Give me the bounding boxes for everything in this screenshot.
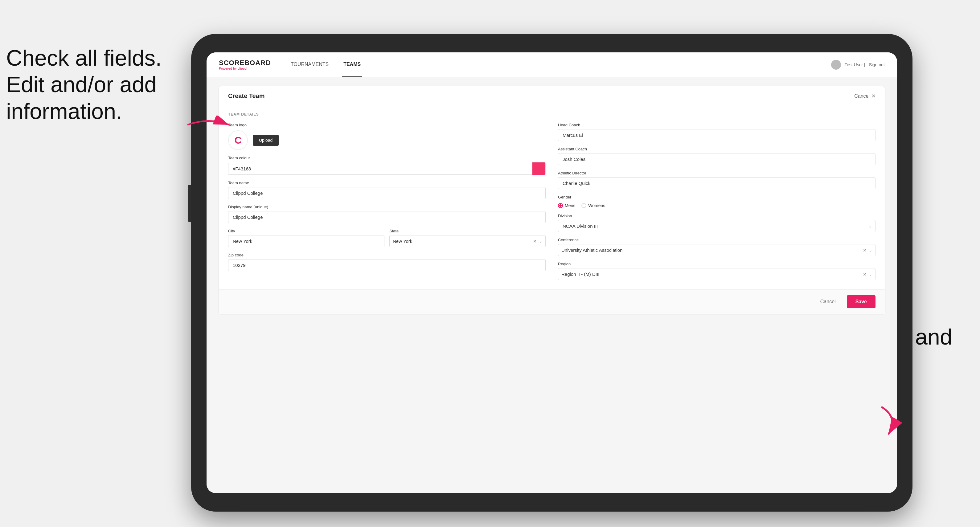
athletic-director-field: Athletic Director bbox=[558, 171, 875, 189]
division-label: Division bbox=[558, 214, 875, 218]
region-chevron-icon[interactable]: ⌄ bbox=[869, 272, 872, 276]
team-name-label: Team name bbox=[228, 181, 546, 185]
gender-field: Gender Mens Womens bbox=[558, 195, 875, 208]
mens-radio-label: Mens bbox=[565, 203, 575, 208]
display-name-input[interactable] bbox=[228, 211, 546, 223]
logo-area: SCOREBOARD Powered by clippd bbox=[219, 59, 271, 70]
cancel-label: Cancel bbox=[854, 94, 870, 99]
head-coach-field: Head Coach bbox=[558, 123, 875, 141]
city-input[interactable] bbox=[228, 235, 384, 247]
team-logo-field: Team logo C Upload bbox=[228, 123, 546, 150]
zip-input[interactable] bbox=[228, 259, 546, 271]
user-avatar bbox=[831, 60, 841, 70]
city-label: City bbox=[228, 229, 384, 233]
nav-right: Test User | Sign out bbox=[831, 60, 885, 70]
team-name-field: Team name bbox=[228, 181, 546, 199]
panel-body: TEAM DETAILS Team logo C bbox=[219, 106, 885, 289]
zip-field: Zip code bbox=[228, 253, 546, 271]
city-field: City bbox=[228, 229, 384, 247]
close-icon: ✕ bbox=[872, 93, 875, 99]
section-label: TEAM DETAILS bbox=[228, 112, 875, 116]
panel-header: Create Team Cancel ✕ bbox=[219, 86, 885, 106]
sign-out-link[interactable]: Sign out bbox=[869, 62, 885, 67]
annotation-line3: information. bbox=[6, 98, 162, 124]
display-name-field: Display name (unique) bbox=[228, 205, 546, 223]
left-annotation: Check all fields. Edit and/or add inform… bbox=[6, 45, 162, 124]
assistant-coach-field: Assistant Coach bbox=[558, 147, 875, 165]
color-text-input[interactable] bbox=[228, 163, 532, 175]
conference-value: University Athletic Association bbox=[562, 244, 861, 256]
womens-radio-label: Womens bbox=[588, 203, 605, 208]
state-label: State bbox=[389, 229, 546, 233]
state-input[interactable] bbox=[393, 235, 531, 247]
team-name-input[interactable] bbox=[228, 187, 546, 199]
team-colour-label: Team colour bbox=[228, 156, 546, 160]
annotation-line2: Edit and/or add bbox=[6, 71, 162, 98]
logo-letter: C bbox=[234, 135, 241, 146]
conference-select-wrapper: University Athletic Association ✕ ⌄ bbox=[558, 244, 875, 256]
main-content: Create Team Cancel ✕ TEAM DETAILS bbox=[207, 77, 897, 493]
state-clear-icon[interactable]: ✕ bbox=[533, 239, 537, 244]
city-state-group: City State ✕ ⌄ bbox=[228, 229, 546, 247]
conference-field: Conference University Athletic Associati… bbox=[558, 238, 875, 256]
city-state-row: City State ✕ ⌄ bbox=[228, 229, 546, 247]
upload-button[interactable]: Upload bbox=[253, 135, 279, 146]
athletic-director-input[interactable] bbox=[558, 177, 875, 189]
region-field: Region Region II - (M) DIII ✕ ⌄ bbox=[558, 262, 875, 280]
panel-title: Create Team bbox=[228, 92, 265, 100]
user-name: Test User | bbox=[845, 62, 865, 67]
athletic-director-label: Athletic Director bbox=[558, 171, 875, 175]
left-column: Team logo C Upload Team colo bbox=[228, 123, 546, 280]
create-team-panel: Create Team Cancel ✕ TEAM DETAILS bbox=[219, 86, 885, 314]
region-label: Region bbox=[558, 262, 875, 266]
nav-teams[interactable]: TEAMS bbox=[342, 52, 362, 77]
tablet-screen: SCOREBOARD Powered by clippd TOURNAMENTS… bbox=[207, 52, 897, 493]
color-swatch[interactable] bbox=[532, 162, 546, 175]
division-field: Division NCAA Division III ⌄ bbox=[558, 214, 875, 232]
conference-label: Conference bbox=[558, 238, 875, 242]
cancel-x-button[interactable]: Cancel ✕ bbox=[854, 93, 875, 99]
state-field: State ✕ ⌄ bbox=[389, 229, 546, 247]
nav-tournaments[interactable]: TOURNAMENTS bbox=[290, 52, 330, 77]
logo-sub: Powered by clippd bbox=[219, 67, 271, 70]
division-select[interactable]: NCAA Division III bbox=[558, 220, 875, 232]
color-input-row bbox=[228, 162, 546, 175]
annotation-line1: Check all fields. bbox=[6, 45, 162, 71]
left-arrow bbox=[185, 116, 234, 134]
gender-mens-option[interactable]: Mens bbox=[558, 203, 575, 208]
navbar: SCOREBOARD Powered by clippd TOURNAMENTS… bbox=[207, 52, 897, 77]
team-logo-label: Team logo bbox=[228, 123, 546, 127]
gender-womens-option[interactable]: Womens bbox=[581, 203, 605, 208]
state-input-wrapper: ✕ ⌄ bbox=[389, 235, 546, 247]
head-coach-label: Head Coach bbox=[558, 123, 875, 127]
zip-label: Zip code bbox=[228, 253, 546, 257]
region-clear-icon[interactable]: ✕ bbox=[863, 272, 867, 277]
gender-radio-group: Mens Womens bbox=[558, 203, 875, 208]
display-name-label: Display name (unique) bbox=[228, 205, 546, 209]
gender-label: Gender bbox=[558, 195, 875, 199]
division-select-wrapper: NCAA Division III ⌄ bbox=[558, 220, 875, 232]
conference-clear-icon[interactable]: ✕ bbox=[863, 248, 867, 253]
conference-chevron-icon[interactable]: ⌄ bbox=[869, 248, 872, 252]
assistant-coach-label: Assistant Coach bbox=[558, 147, 875, 151]
nav-items: TOURNAMENTS TEAMS bbox=[290, 52, 831, 77]
team-colour-field: Team colour bbox=[228, 156, 546, 175]
assistant-coach-input[interactable] bbox=[558, 153, 875, 165]
womens-radio-circle[interactable] bbox=[581, 203, 586, 208]
region-select-wrapper: Region II - (M) DIII ✕ ⌄ bbox=[558, 268, 875, 280]
right-column: Head Coach Assistant Coach Athletic Dire… bbox=[558, 123, 875, 280]
logo-upload-area: C Upload bbox=[228, 130, 546, 150]
right-arrow bbox=[854, 401, 909, 441]
logo-text: SCOREBOARD bbox=[219, 59, 271, 67]
footer-cancel-button[interactable]: Cancel bbox=[814, 296, 842, 308]
panel-footer: Cancel Save bbox=[219, 289, 885, 314]
region-value: Region II - (M) DIII bbox=[562, 268, 861, 280]
footer-save-button[interactable]: Save bbox=[847, 295, 875, 308]
state-chevron-icon[interactable]: ⌄ bbox=[539, 239, 542, 243]
head-coach-input[interactable] bbox=[558, 129, 875, 141]
form-grid: Team logo C Upload Team colo bbox=[228, 123, 875, 280]
mens-radio-circle[interactable] bbox=[558, 203, 563, 208]
tablet-frame: SCOREBOARD Powered by clippd TOURNAMENTS… bbox=[191, 34, 913, 511]
